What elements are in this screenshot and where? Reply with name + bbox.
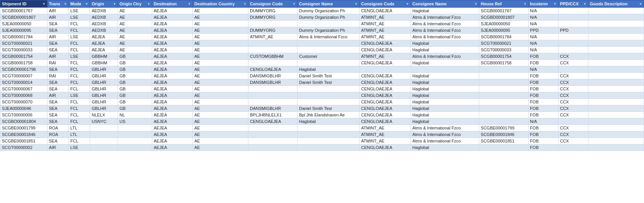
- column-header-ppd_ccx[interactable]: PPD/CCX▼: [558, 0, 588, 8]
- filter-icon[interactable]: ▼: [243, 2, 246, 6]
- column-header-consignor_name[interactable]: Consignor Name▼: [297, 0, 360, 8]
- column-header-goods_desc[interactable]: Goods Description▼: [588, 0, 644, 8]
- cell-origin: USNYC: [90, 118, 118, 125]
- filter-icon[interactable]: ▼: [406, 2, 409, 6]
- cell-origin: GBLHR: [90, 73, 118, 79]
- table-row: SCGT00000067SEAFCLGBLHRGBAEJEAAECENGLOAE…: [0, 86, 644, 92]
- cell-dest_country: AE: [192, 53, 248, 60]
- filter-icon[interactable]: ▼: [583, 2, 586, 6]
- table-row: SCGBO00001804SEAFCLUSNYCUSAEJEAAECENGLOA…: [0, 118, 644, 125]
- filter-icon[interactable]: ▼: [355, 2, 358, 6]
- cell-goods_desc: [588, 53, 644, 60]
- cell-consignor_code: BPLJHBNLELX1: [248, 112, 297, 118]
- filter-icon[interactable]: ▼: [64, 2, 67, 6]
- cell-consignor_name: [297, 131, 360, 138]
- cell-dest_country: AE: [192, 79, 248, 86]
- filter-icon[interactable]: ▼: [639, 2, 642, 6]
- filter-icon[interactable]: ▼: [554, 2, 557, 6]
- cell-consignee_name: Haglobal: [411, 92, 479, 99]
- cell-consignee_code: CENGLOAEJEA: [359, 79, 411, 86]
- cell-shipment_id: SCGT00000007: [0, 73, 48, 79]
- cell-consignor_name: [297, 138, 360, 144]
- filter-icon[interactable]: ▼: [113, 2, 116, 6]
- cell-house_ref: SCGB00001758: [479, 60, 528, 66]
- cell-incoterm: FOB: [528, 105, 558, 112]
- cell-shipment_id: SCGBO00001796: [0, 66, 48, 73]
- column-header-consignee_code[interactable]: Consignee Code▼: [359, 0, 411, 8]
- filter-icon[interactable]: ▼: [474, 2, 477, 6]
- cell-consignee_code: [359, 66, 411, 73]
- cell-house_ref: SJEA00000050: [479, 21, 528, 27]
- table-row: SCGBO00001796SEAFCLGBLHRGBAEJEAAECENGLOA…: [0, 66, 644, 73]
- cell-shipment_id: SCGT00000021: [0, 40, 48, 47]
- cell-trans: ROA: [47, 131, 69, 138]
- cell-consignor_name: Haglobal: [297, 66, 360, 73]
- cell-consignor_name: Customer: [297, 53, 360, 60]
- cell-consignor_code: DANSMIGBLHR: [248, 105, 297, 112]
- column-header-destination[interactable]: Destination▼: [152, 0, 192, 8]
- cell-consignor_name: [297, 144, 360, 151]
- cell-incoterm: N/A: [528, 14, 558, 21]
- cell-ppd_ccx: [558, 118, 588, 125]
- cell-destination: AEJEA: [152, 53, 192, 60]
- cell-dest_country: AE: [192, 21, 248, 27]
- cell-ppd_ccx: [558, 34, 588, 40]
- cell-origin: GBLHR: [90, 66, 118, 73]
- cell-mode: LSE: [69, 92, 90, 99]
- cell-incoterm: FOB: [528, 73, 558, 79]
- column-header-shipment_id[interactable]: Shipment ID▼: [0, 0, 48, 8]
- filter-icon[interactable]: ▼: [85, 2, 88, 6]
- cell-origin: GBBHM: [90, 60, 118, 66]
- cell-consignee_code: CENGLOAEJEA: [359, 99, 411, 105]
- column-header-trans[interactable]: Trans▼: [47, 0, 69, 8]
- column-header-mode[interactable]: Mode▼: [69, 0, 90, 8]
- cell-incoterm: N/A: [528, 118, 558, 125]
- cell-mode: FCL: [69, 138, 90, 144]
- column-header-consignor_code[interactable]: Consignor Code▼: [248, 0, 297, 8]
- table-row: SCGT00000002AIRLSEAEJEAAECENGLOAEJEAHagl…: [0, 144, 644, 151]
- cell-consignee_name: Atms & International Fzco: [411, 14, 479, 21]
- cell-consignor_code: [248, 86, 297, 92]
- cell-consignee_code: ATMINT_AE: [359, 14, 411, 21]
- cell-origin_ctry: [118, 131, 152, 138]
- table-row: SCGT00000070SEAFCLGBLHRGBAEJEAAECENGLOAE…: [0, 99, 644, 105]
- cell-consignor_name: [297, 60, 360, 66]
- cell-shipment_id: SCGB00001767: [0, 8, 48, 14]
- cell-goods_desc: [588, 99, 644, 105]
- cell-goods_desc: [588, 86, 644, 92]
- cell-origin_ctry: GB: [118, 79, 152, 86]
- column-header-origin[interactable]: Origin▼: [90, 0, 118, 8]
- filter-icon[interactable]: ▼: [188, 2, 191, 6]
- table-row: SCGT00000033SEAFCLAEJEAAEAEJEAAECENGLOAE…: [0, 47, 644, 53]
- column-header-dest_country[interactable]: Destination Country▼: [192, 0, 248, 8]
- cell-consignor_code: ATMINT_AE: [248, 34, 297, 40]
- table-row: SCGT00000006SEAFCLNLELXNLAEJEAAEBPLJHBNL…: [0, 112, 644, 118]
- filter-icon[interactable]: ▼: [147, 2, 150, 6]
- filter-icon[interactable]: ▼: [292, 2, 296, 6]
- cell-incoterm: FOB: [528, 86, 558, 92]
- cell-origin_ctry: AE: [118, 27, 152, 34]
- cell-consignee_code: CENGLOAEJEA: [359, 86, 411, 92]
- column-header-incoterm[interactable]: Incoterm▼: [528, 0, 558, 8]
- cell-origin_ctry: GB: [118, 92, 152, 99]
- cell-consignee_code: ATMINT_AE: [359, 21, 411, 27]
- cell-consignee_code: CENGLOAEJEA: [359, 40, 411, 47]
- cell-origin: GBLHR: [90, 105, 118, 112]
- cell-consignee_code: ATMINT_AE: [359, 34, 411, 40]
- cell-incoterm: FOB: [528, 138, 558, 144]
- cell-consignee_name: Atms & International Fzco: [411, 125, 479, 131]
- cell-dest_country: AE: [192, 34, 248, 40]
- filter-icon[interactable]: ▼: [43, 2, 46, 6]
- cell-destination: AEJEA: [152, 40, 192, 47]
- cell-incoterm: N/A: [528, 47, 558, 53]
- cell-consignor_name: [297, 21, 360, 27]
- cell-incoterm: N/A: [528, 34, 558, 40]
- column-header-house_ref[interactable]: House Ref▼: [479, 0, 528, 8]
- column-header-consignee_name[interactable]: Consignee Name▼: [411, 0, 479, 8]
- cell-mode: LSE: [69, 8, 90, 14]
- cell-ppd_ccx: [558, 40, 588, 47]
- cell-trans: ROA: [47, 125, 69, 131]
- cell-consignor_code: [248, 92, 297, 99]
- column-header-origin_ctry[interactable]: Origin Ctry▼: [118, 0, 152, 8]
- filter-icon[interactable]: ▼: [524, 2, 527, 6]
